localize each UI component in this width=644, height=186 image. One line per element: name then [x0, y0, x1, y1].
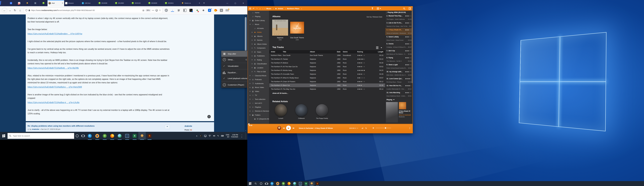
taskbar-app-button[interactable]: S: [314, 181, 320, 186]
task-view-button[interactable]: [264, 181, 269, 186]
now-playing-artist-link[interactable]: Simon & Garfunkel: [399, 114, 412, 116]
queue-item[interactable]: 4.A Hazy Shade Of...★★★★★ Simon & Garfun…: [385, 28, 412, 35]
author-link[interactable]: drakinite: [32, 128, 39, 130]
queue-item[interactable]: 5.Sweet Lullaby★★★★★ Deep Forest - Deep …: [385, 35, 412, 42]
browser-tab[interactable]: 0015133: [130, 0, 147, 6]
taskbar-app-button[interactable]: ♪: [298, 181, 303, 186]
cell-rating[interactable]: ★★★★★: [357, 77, 372, 79]
flame-extension-icon[interactable]: [214, 8, 217, 12]
cell-rating[interactable]: ★★★★★: [357, 54, 372, 56]
onedrive-link[interactable]: https://1drv.ms/u/s!AuEntbdh7QJAipBottj …: [28, 66, 79, 71]
notification-chevrons[interactable]: — ∨: [240, 134, 244, 138]
pinned-tab[interactable]: 15: [7, 0, 15, 6]
breadcrumb-item[interactable]: Northern Pikes: [287, 8, 303, 10]
queue-rating[interactable]: ★★★★★: [405, 84, 412, 87]
taskbar-app-button[interactable]: [116, 132, 124, 140]
sidebar-item[interactable]: ❒ Audiobooks: [248, 81, 269, 85]
sidebar-item[interactable]: ▯ Devices & Services: [248, 109, 269, 113]
pocket-save-icon[interactable]: [156, 9, 158, 12]
expand-arrow-icon[interactable]: [252, 63, 252, 64]
keyboard-layout-indicator[interactable]: DV: [226, 136, 229, 138]
home-button[interactable]: ⌂: [18, 9, 23, 12]
adblock-plus-icon[interactable]: ABP: [165, 9, 168, 12]
sidebar-item[interactable]: ⌂ Home: [248, 11, 269, 15]
cortana-button[interactable]: [74, 132, 80, 140]
search-input[interactable]: [12, 135, 72, 137]
browser-tab[interactable]: 0014936: [97, 0, 114, 6]
expand-arrow-icon[interactable]: [252, 55, 252, 57]
search-icon[interactable]: [403, 8, 405, 10]
extension-star-icon[interactable]: ✱: [196, 9, 199, 12]
scroll-up-icon[interactable]: ∧: [244, 15, 247, 17]
sidebar-item[interactable]: ✎ Files to Edit: [248, 70, 269, 74]
sidebar-item[interactable]: ⊞ Years: [248, 50, 269, 54]
taskbar-app-button[interactable]: [292, 181, 298, 186]
queue-item[interactable]: 12.How Old Are Yo...★★★★★ Loudon Wainwri…: [385, 84, 412, 91]
panel-menu-icon[interactable]: ⋮: [385, 12, 388, 14]
reload-button[interactable]: ↻: [12, 9, 18, 12]
context-menu-item[interactable]: Stop after: [221, 51, 247, 57]
expand-arrow-icon[interactable]: [250, 91, 250, 92]
menu-hamburger-icon[interactable]: [226, 9, 229, 11]
forward-button[interactable]: →: [7, 9, 12, 12]
breadcrumb-item[interactable]: ⌂: [260, 8, 264, 10]
scroll-down-icon[interactable]: ∨: [244, 129, 247, 132]
show-all-tracks-link[interactable]: show all 16 tracks...: [272, 92, 288, 94]
playing-subpanel-header[interactable]: Playing: [385, 98, 412, 101]
shuffle-icon[interactable]: ⇄: [362, 127, 363, 129]
table-row[interactable]: The Northern Pi... Twister Neptune 1992 …: [269, 57, 385, 61]
queue-rating[interactable]: ★★★★★: [405, 77, 412, 80]
taskbar-app-button[interactable]: X: [303, 181, 309, 186]
context-menu-item[interactable]: Customize (Player): [221, 82, 247, 88]
queue-item[interactable]: 3.Like to Get To Kn...★★★★★ Spanky & Our…: [385, 21, 412, 28]
expand-arrow-icon[interactable]: [250, 83, 250, 84]
undo-icon[interactable]: ↶: [253, 7, 254, 10]
onedrive-link[interactable]: https://1drv.ms/u/s!AuEntbdh7QJAipBqo-k …: [28, 101, 79, 105]
expand-arrow-icon[interactable]: [250, 95, 250, 96]
breadcrumb-item[interactable]: ☻ Artists: [275, 8, 287, 10]
sidebar-item[interactable]: ▣ Location: [248, 66, 269, 70]
library-icon[interactable]: [177, 9, 180, 12]
pen-icon[interactable]: ✎: [217, 135, 219, 137]
volume-control[interactable]: [372, 127, 391, 129]
sidebar-item[interactable]: ▦ Entire Library: [248, 19, 269, 23]
next-track-button[interactable]: ▶▶: [293, 127, 294, 129]
url-bar[interactable]: https://www.mediamonkey.com/forum/viewto…: [24, 8, 162, 13]
pinned-tab[interactable]: [23, 0, 31, 6]
url-text[interactable]: https://www.mediamonkey.com/forum/viewto…: [31, 9, 142, 11]
queue-rating[interactable]: ★★★★★: [405, 56, 412, 60]
cell-rating[interactable]: ★★★★★: [357, 73, 372, 75]
sort-by-control[interactable]: Sort by: Release Date: [366, 16, 382, 18]
expand-arrow-icon[interactable]: [252, 43, 252, 45]
sidebar-item[interactable]: ☻ Artists: [248, 30, 269, 34]
expand-arrow-icon[interactable]: [250, 111, 250, 112]
pinned-tab[interactable]: K: [31, 0, 40, 6]
h-extension-icon[interactable]: h: [220, 9, 223, 12]
expand-arrow-icon[interactable]: [250, 103, 250, 104]
cell-rating[interactable]: ★★★★★: [357, 58, 372, 60]
table-row[interactable]: The Northern Pi... All This Man Can Do N…: [269, 65, 385, 68]
browser-tab[interactable]: 0015609: [147, 0, 164, 6]
expand-arrow-icon[interactable]: [250, 24, 251, 25]
browser-tab[interactable]: 0015611: [164, 0, 180, 6]
expand-arrow-icon[interactable]: [250, 114, 250, 116]
sidebar-item[interactable]: ∩ test coll 3: [248, 101, 269, 105]
queue-rating[interactable]: ★★★★★: [405, 21, 412, 25]
pinned-tab[interactable]: [40, 0, 48, 6]
panels-icon[interactable]: [409, 8, 411, 10]
queue-item[interactable]: 11.Love Comes Qui...★★★★★ Pet Shop Boys …: [385, 77, 412, 84]
cortana-button[interactable]: [258, 181, 264, 186]
sidebar-item[interactable]: ◉ Albums: [248, 34, 269, 38]
sidebar-item[interactable]: ▤ Classification: [248, 62, 269, 66]
album-cover-neptune[interactable]: THE NORTHERN PIKES N e p t u n e: [272, 20, 288, 36]
sidebar-item[interactable]: ≡ Playlists: [248, 105, 269, 109]
sidebar-item[interactable]: ✎ Composers: [248, 46, 269, 50]
related-artist[interactable]: Lunash: [273, 104, 288, 119]
extension-squares-icon[interactable]: [190, 9, 192, 12]
expand-arrow-icon[interactable]: [250, 87, 250, 88]
download-icon[interactable]: ↓: [171, 9, 174, 12]
queue-rating[interactable]: ★★★★★: [405, 70, 412, 73]
display-tray-icon[interactable]: [204, 135, 206, 137]
expand-arrow-icon[interactable]: [250, 20, 250, 21]
play-button[interactable]: ▶: [286, 126, 291, 130]
